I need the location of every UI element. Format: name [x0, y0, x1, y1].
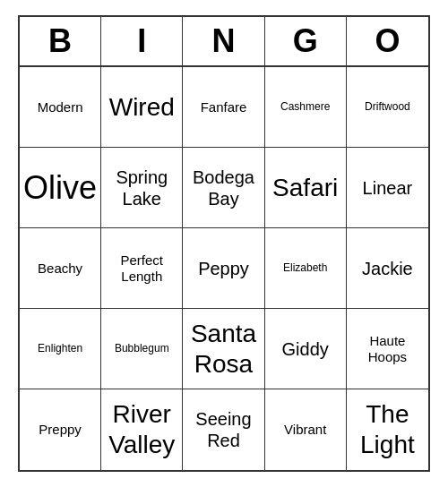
bingo-cell: Haute Hoops: [347, 309, 428, 389]
cell-text: River Valley: [105, 399, 178, 459]
bingo-cell: Beachy: [20, 228, 101, 309]
bingo-cell: Giddy: [265, 309, 347, 389]
bingo-cell: Peppy: [183, 228, 264, 309]
bingo-cell: Driftwood: [347, 67, 428, 148]
header-letter: I: [101, 17, 183, 65]
cell-text: Driftwood: [365, 100, 410, 113]
cell-text: Enlighten: [38, 342, 82, 355]
header-letter: G: [265, 17, 347, 65]
cell-text: Seeing Red: [186, 408, 260, 451]
cell-text: Bodega Bay: [186, 167, 260, 209]
bingo-cell: Vibrant: [265, 389, 347, 470]
bingo-cell: Modern: [20, 67, 101, 148]
cell-text: Preppy: [39, 422, 82, 438]
cell-text: Haute Hoops: [350, 333, 425, 365]
bingo-cell: Perfect Length: [101, 228, 183, 309]
bingo-cell: Jackie: [347, 228, 428, 309]
cell-text: Santa Rosa: [186, 319, 260, 379]
bingo-cell: Linear: [347, 148, 428, 228]
cell-text: Spring Lake: [105, 167, 178, 209]
bingo-cell: Santa Rosa: [183, 309, 264, 389]
bingo-header: BINGO: [20, 17, 428, 67]
cell-text: Safari: [272, 173, 338, 203]
bingo-cell: Bubblegum: [101, 309, 183, 389]
cell-text: Perfect Length: [105, 252, 178, 285]
cell-text: Fanfare: [201, 99, 247, 115]
bingo-cell: Elizabeth: [265, 228, 347, 309]
bingo-cell: Fanfare: [183, 67, 264, 148]
bingo-cell: Spring Lake: [101, 148, 183, 228]
header-letter: N: [183, 17, 264, 65]
bingo-grid: ModernWiredFanfareCashmereDriftwoodOlive…: [20, 67, 428, 470]
cell-text: Jackie: [362, 258, 413, 279]
cell-text: Beachy: [38, 261, 82, 277]
cell-text: Bubblegum: [115, 342, 169, 355]
bingo-cell: River Valley: [101, 389, 183, 470]
bingo-cell: Seeing Red: [183, 389, 264, 470]
bingo-cell: The Light: [347, 389, 428, 470]
bingo-cell: Safari: [265, 148, 347, 228]
cell-text: Olive: [23, 168, 97, 207]
bingo-cell: Enlighten: [20, 309, 101, 389]
bingo-cell: Bodega Bay: [183, 148, 264, 228]
bingo-card: BINGO ModernWiredFanfareCashmereDriftwoo…: [18, 15, 430, 472]
header-letter: O: [347, 17, 428, 65]
cell-text: Elizabeth: [283, 261, 327, 274]
cell-text: Giddy: [282, 338, 329, 360]
bingo-cell: Wired: [101, 67, 183, 148]
cell-text: Cashmere: [280, 100, 330, 113]
header-letter: B: [20, 17, 101, 65]
bingo-cell: Cashmere: [265, 67, 347, 148]
bingo-cell: Preppy: [20, 389, 101, 470]
bingo-cell: Olive: [20, 148, 101, 228]
cell-text: Linear: [363, 177, 413, 199]
cell-text: Vibrant: [284, 422, 326, 438]
cell-text: Modern: [38, 99, 83, 115]
cell-text: Wired: [109, 92, 175, 123]
cell-text: Peppy: [198, 258, 249, 279]
cell-text: The Light: [350, 399, 425, 459]
